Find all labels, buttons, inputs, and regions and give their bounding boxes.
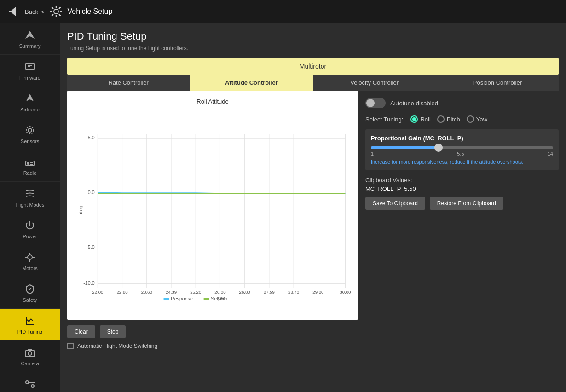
slider-labels: 1 5.5 14 [371, 151, 553, 156]
sidebar-item-power[interactable]: Power [0, 213, 60, 245]
svg-text:5.0: 5.0 [88, 135, 95, 140]
sensors-icon [23, 124, 36, 137]
svg-text:30.00: 30.00 [340, 289, 351, 294]
sidebar-item-radio[interactable]: Radio [0, 150, 60, 182]
svg-text:-5.0: -5.0 [86, 244, 94, 250]
power-icon [23, 219, 36, 232]
page-subtitle: Tuning Setup is used to tune the flight … [67, 45, 559, 52]
radio-yaw-label: Yaw [476, 116, 487, 123]
clipboard-value: MC_ROLL_P 5.50 [365, 185, 559, 192]
topbar: Back < Vehicle Setup [0, 0, 566, 23]
svg-point-36 [28, 352, 32, 355]
content-area: Roll Attitude deg 5.0 0.0 -5.0 -10.0 [67, 91, 559, 320]
radio-roll-circle [410, 115, 418, 123]
topbar-title: Vehicle Setup [68, 7, 113, 16]
chart-container: Roll Attitude deg 5.0 0.0 -5.0 -10.0 [67, 91, 358, 320]
motors-icon [23, 251, 36, 264]
sidebar-item-flight-modes[interactable]: Flight Modes [0, 182, 60, 213]
save-to-clipboard-button[interactable]: Save To Clipboard [365, 197, 425, 210]
svg-line-29 [29, 288, 31, 290]
svg-rect-41 [75, 116, 351, 303]
sidebar-item-sensors[interactable]: Sensors [0, 118, 60, 150]
svg-line-33 [29, 319, 31, 322]
svg-line-10 [52, 14, 53, 16]
svg-point-19 [27, 162, 29, 164]
svg-marker-11 [25, 31, 35, 39]
pid-tuning-icon [23, 314, 36, 327]
autotune-toggle[interactable] [365, 98, 386, 108]
sidebar-item-airframe[interactable]: Airframe [0, 86, 60, 118]
sidebar-item-pid-tuning[interactable]: PID Tuning [0, 309, 60, 340]
gear-icon [49, 5, 63, 18]
svg-line-7 [52, 7, 53, 9]
sidebar-item-motors[interactable]: Motors [0, 245, 60, 277]
restore-from-clipboard-button[interactable]: Restore From Clipboard [430, 197, 503, 210]
svg-text:23.60: 23.60 [141, 289, 152, 294]
svg-point-37 [26, 381, 29, 384]
clipboard-val: 5.50 [404, 185, 416, 192]
svg-marker-15 [26, 94, 34, 101]
autotune-label: Autotune disabled [390, 100, 438, 107]
tab-velocity-controller[interactable]: Velocity Controller [313, 75, 436, 91]
auto-switch-checkbox[interactable] [67, 343, 74, 349]
gain-slider-track[interactable] [371, 146, 553, 149]
radio-yaw-circle [467, 115, 474, 123]
autotune-row: Autotune disabled [365, 98, 559, 108]
page-title: PID Tuning Setup [67, 30, 559, 42]
stop-button[interactable]: Stop [100, 325, 126, 338]
radio-group: Roll Pitch Yaw [410, 115, 487, 123]
clipboard-section: Clipboard Values: MC_ROLL_P 5.50 Save To… [365, 177, 559, 210]
tab-attitude-controller[interactable]: Attitude Controller [190, 75, 313, 91]
radio-pitch[interactable]: Pitch [437, 115, 460, 123]
auto-switch-row: Automatic Flight Mode Switching [67, 343, 559, 349]
slider-mid: 5.5 [457, 151, 464, 156]
svg-text:24.39: 24.39 [166, 289, 177, 294]
slider-hint: Increase for more responsiveness, reduce… [371, 159, 553, 165]
bottom-bar: Clear Stop [67, 325, 559, 338]
clear-button[interactable]: Clear [67, 325, 95, 338]
svg-text:27.59: 27.59 [264, 289, 275, 294]
tab-position-controller[interactable]: Position Controller [436, 75, 559, 91]
svg-text:0.0: 0.0 [88, 190, 95, 195]
toggle-knob [366, 99, 375, 107]
back-button[interactable]: Back < [7, 4, 45, 19]
safety-icon [23, 282, 36, 295]
svg-point-2 [54, 9, 58, 14]
svg-text:25.20: 25.20 [190, 289, 201, 294]
radio-pitch-circle [437, 115, 445, 123]
clipboard-param: MC_ROLL_P [365, 185, 401, 192]
sidebar-item-parameters[interactable]: Parameters [0, 372, 60, 392]
multirotor-banner: Multirotor [67, 58, 559, 75]
svg-rect-1 [9, 11, 16, 12]
firmware-icon [23, 60, 36, 73]
radio-pitch-label: Pitch [447, 116, 460, 123]
svg-text:deg: deg [77, 205, 83, 214]
radio-yaw[interactable]: Yaw [467, 115, 487, 123]
clipboard-buttons: Save To Clipboard Restore From Clipboard [365, 197, 559, 210]
parameters-icon [23, 378, 36, 391]
controller-tabs: Rate Controller Attitude Controller Velo… [67, 75, 559, 91]
radio-roll[interactable]: Roll [410, 115, 430, 123]
gain-section: Proportional Gain (MC_ROLL_P) 1 5.5 14 I… [365, 129, 559, 170]
gain-slider-thumb[interactable] [434, 144, 443, 152]
svg-line-9 [59, 7, 61, 9]
svg-text:-10.0: -10.0 [83, 280, 94, 286]
select-tuning-row: Select Tuning: Roll Pitch [365, 115, 559, 123]
svg-text:Response: Response [171, 296, 193, 301]
sidebar-item-firmware[interactable]: Firmware [0, 55, 60, 86]
svg-text:22.00: 22.00 [92, 289, 103, 294]
radio-icon [23, 156, 36, 168]
svg-rect-76 [204, 298, 209, 300]
main-content: PID Tuning Setup Tuning Setup is used to… [60, 23, 566, 392]
tab-rate-controller[interactable]: Rate Controller [67, 75, 190, 91]
sidebar-item-camera[interactable]: Camera [0, 340, 60, 372]
svg-text:22.80: 22.80 [116, 289, 127, 294]
sidebar-item-safety[interactable]: Safety [0, 277, 60, 309]
right-panel: Autotune disabled Select Tuning: Roll [365, 91, 559, 320]
slider-min: 1 [371, 151, 374, 156]
flight-modes-icon [23, 187, 36, 200]
gain-slider-fill [371, 146, 439, 149]
sidebar-item-summary[interactable]: Summary [0, 23, 60, 55]
svg-point-38 [31, 385, 34, 387]
svg-text:26.80: 26.80 [239, 289, 250, 294]
